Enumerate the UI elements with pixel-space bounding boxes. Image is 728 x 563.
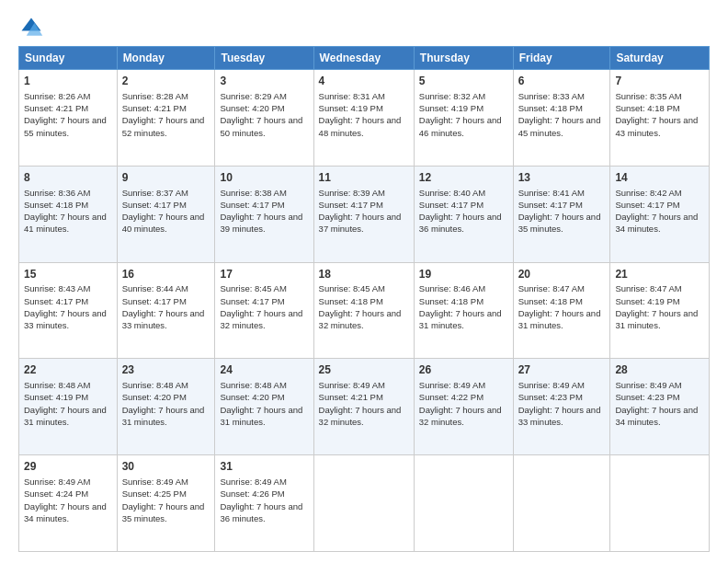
sunrise-text: Sunrise: 8:26 AM [24, 91, 90, 101]
day-header-wednesday: Wednesday [313, 47, 414, 70]
calendar-cell: 21Sunrise: 8:47 AMSunset: 4:19 PMDayligh… [610, 262, 710, 359]
day-number: 8 [24, 170, 112, 186]
sunset-text: Sunset: 4:24 PM [24, 488, 88, 499]
calendar-cell: 14Sunrise: 8:42 AMSunset: 4:17 PMDayligh… [610, 166, 710, 262]
daylight-text: Daylight: 7 hours and 55 minutes. [24, 115, 107, 137]
day-number: 20 [518, 267, 606, 282]
daylight-text: Daylight: 7 hours and 32 minutes. [319, 405, 402, 427]
sunrise-text: Sunrise: 8:43 AM [24, 283, 90, 293]
sunrise-text: Sunrise: 8:49 AM [615, 380, 681, 390]
daylight-text: Daylight: 7 hours and 34 minutes. [615, 405, 698, 427]
sunset-text: Sunset: 4:20 PM [220, 103, 284, 113]
calendar-cell: 5Sunrise: 8:32 AMSunset: 4:19 PMDaylight… [414, 70, 513, 167]
daylight-text: Daylight: 7 hours and 40 minutes. [122, 212, 205, 234]
daylight-text: Daylight: 7 hours and 46 minutes. [419, 115, 502, 137]
day-number: 28 [615, 362, 704, 378]
sunset-text: Sunset: 4:19 PM [615, 296, 679, 306]
sunset-text: Sunset: 4:21 PM [319, 392, 383, 402]
day-number: 29 [24, 459, 112, 475]
daylight-text: Daylight: 7 hours and 37 minutes. [319, 212, 402, 234]
calendar-cell [313, 455, 414, 552]
sunrise-text: Sunrise: 8:45 AM [220, 283, 286, 293]
day-number: 4 [319, 74, 409, 89]
sunset-text: Sunset: 4:17 PM [220, 296, 284, 306]
sunrise-text: Sunrise: 8:47 AM [518, 283, 585, 293]
sunrise-text: Sunrise: 8:42 AM [615, 188, 681, 198]
sunrise-text: Sunrise: 8:49 AM [24, 477, 90, 487]
day-number: 9 [122, 170, 210, 186]
daylight-text: Daylight: 7 hours and 31 minutes. [122, 405, 205, 427]
sunrise-text: Sunrise: 8:49 AM [122, 477, 188, 487]
daylight-text: Daylight: 7 hours and 32 minutes. [220, 308, 302, 330]
sunset-text: Sunset: 4:22 PM [419, 392, 483, 402]
daylight-text: Daylight: 7 hours and 33 minutes. [24, 308, 107, 330]
logo [18, 15, 48, 40]
calendar-cell: 18Sunrise: 8:45 AMSunset: 4:18 PMDayligh… [313, 262, 414, 359]
daylight-text: Daylight: 7 hours and 35 minutes. [518, 212, 601, 234]
header [18, 15, 710, 40]
day-number: 2 [122, 74, 210, 89]
calendar-cell: 28Sunrise: 8:49 AMSunset: 4:23 PMDayligh… [610, 359, 710, 455]
daylight-text: Daylight: 7 hours and 36 minutes. [220, 501, 302, 523]
sunset-text: Sunset: 4:18 PM [518, 296, 583, 306]
calendar-table: SundayMondayTuesdayWednesdayThursdayFrid… [18, 46, 710, 552]
sunset-text: Sunset: 4:20 PM [220, 392, 284, 402]
daylight-text: Daylight: 7 hours and 48 minutes. [319, 115, 402, 137]
daylight-text: Daylight: 7 hours and 34 minutes. [24, 501, 107, 523]
sunrise-text: Sunrise: 8:44 AM [122, 283, 188, 293]
day-number: 27 [518, 362, 606, 378]
day-header-thursday: Thursday [414, 47, 513, 70]
sunset-text: Sunset: 4:26 PM [220, 488, 284, 499]
daylight-text: Daylight: 7 hours and 34 minutes. [615, 212, 698, 234]
daylight-text: Daylight: 7 hours and 43 minutes. [615, 115, 698, 137]
day-number: 23 [122, 362, 210, 378]
daylight-text: Daylight: 7 hours and 52 minutes. [122, 115, 205, 137]
page: SundayMondayTuesdayWednesdayThursdayFrid… [0, 0, 728, 563]
logo-icon [18, 15, 44, 40]
sunset-text: Sunset: 4:25 PM [122, 488, 187, 499]
calendar-cell: 15Sunrise: 8:43 AMSunset: 4:17 PMDayligh… [19, 262, 118, 359]
sunrise-text: Sunrise: 8:49 AM [419, 380, 485, 390]
calendar-cell: 3Sunrise: 8:29 AMSunset: 4:20 PMDaylight… [215, 70, 313, 167]
calendar-cell: 9Sunrise: 8:37 AMSunset: 4:17 PMDaylight… [117, 166, 215, 262]
sunrise-text: Sunrise: 8:48 AM [24, 380, 90, 390]
daylight-text: Daylight: 7 hours and 45 minutes. [518, 115, 601, 137]
sunset-text: Sunset: 4:17 PM [24, 296, 88, 306]
sunset-text: Sunset: 4:23 PM [518, 392, 583, 402]
sunset-text: Sunset: 4:17 PM [319, 200, 383, 210]
calendar-cell: 19Sunrise: 8:46 AMSunset: 4:18 PMDayligh… [414, 262, 513, 359]
day-header-monday: Monday [117, 47, 215, 70]
sunset-text: Sunset: 4:21 PM [24, 103, 88, 113]
daylight-text: Daylight: 7 hours and 31 minutes. [615, 308, 698, 330]
sunset-text: Sunset: 4:17 PM [220, 200, 284, 210]
daylight-text: Daylight: 7 hours and 41 minutes. [24, 212, 107, 234]
day-number: 14 [615, 170, 704, 186]
calendar-cell: 4Sunrise: 8:31 AMSunset: 4:19 PMDaylight… [313, 70, 414, 167]
sunrise-text: Sunrise: 8:45 AM [319, 283, 385, 293]
sunrise-text: Sunrise: 8:39 AM [319, 188, 385, 198]
day-number: 1 [24, 74, 112, 89]
sunrise-text: Sunrise: 8:36 AM [24, 188, 90, 198]
day-number: 26 [419, 362, 508, 378]
sunset-text: Sunset: 4:23 PM [615, 392, 679, 402]
calendar-cell: 1Sunrise: 8:26 AMSunset: 4:21 PMDaylight… [19, 70, 118, 167]
sunrise-text: Sunrise: 8:49 AM [518, 380, 585, 390]
sunset-text: Sunset: 4:17 PM [615, 200, 679, 210]
daylight-text: Daylight: 7 hours and 50 minutes. [220, 115, 302, 137]
daylight-text: Daylight: 7 hours and 31 minutes. [24, 405, 107, 427]
calendar-cell [414, 455, 513, 552]
day-header-sunday: Sunday [19, 47, 118, 70]
calendar-cell: 20Sunrise: 8:47 AMSunset: 4:18 PMDayligh… [513, 262, 610, 359]
sunset-text: Sunset: 4:17 PM [122, 200, 187, 210]
daylight-text: Daylight: 7 hours and 36 minutes. [419, 212, 502, 234]
day-number: 10 [220, 170, 308, 186]
sunset-text: Sunset: 4:18 PM [319, 296, 383, 306]
sunrise-text: Sunrise: 8:29 AM [220, 91, 286, 101]
calendar-cell: 6Sunrise: 8:33 AMSunset: 4:18 PMDaylight… [513, 70, 610, 167]
sunrise-text: Sunrise: 8:37 AM [122, 188, 188, 198]
sunset-text: Sunset: 4:18 PM [24, 200, 88, 210]
daylight-text: Daylight: 7 hours and 32 minutes. [319, 308, 402, 330]
day-header-tuesday: Tuesday [215, 47, 313, 70]
sunrise-text: Sunrise: 8:28 AM [122, 91, 188, 101]
calendar-cell: 17Sunrise: 8:45 AMSunset: 4:17 PMDayligh… [215, 262, 313, 359]
